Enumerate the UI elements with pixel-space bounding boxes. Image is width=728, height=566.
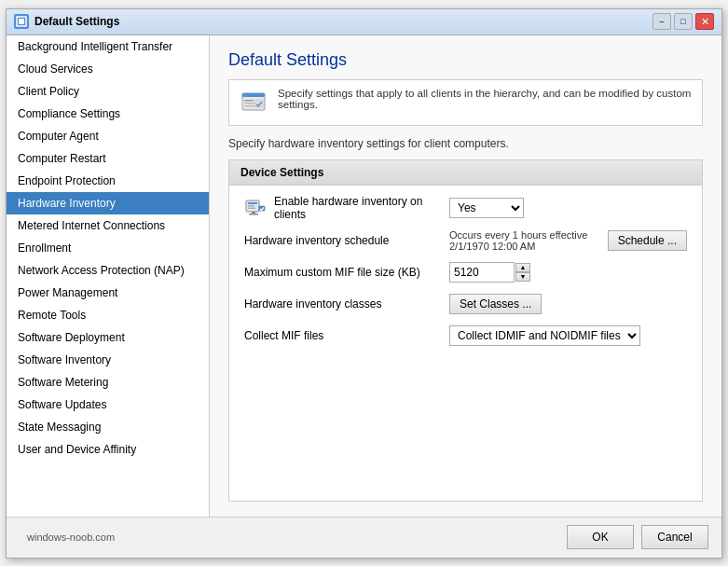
row-mif-size: Maximum custom MIF file size (KB) ▲ ▼ bbox=[244, 260, 687, 284]
watermark: windows-noob.com bbox=[20, 531, 115, 543]
label-mif-size: Maximum custom MIF file size (KB) bbox=[244, 266, 449, 279]
control-schedule: Occurs every 1 hours effective 2/1/1970 … bbox=[449, 229, 687, 252]
svg-rect-9 bbox=[248, 202, 257, 204]
spin-buttons: ▲ ▼ bbox=[515, 263, 530, 282]
sidebar: Background Intelligent TransferCloud Ser… bbox=[7, 35, 210, 517]
svg-rect-10 bbox=[248, 205, 254, 207]
sidebar-item[interactable]: Software Inventory bbox=[7, 349, 209, 371]
info-text: Specify settings that apply to all clien… bbox=[278, 88, 693, 110]
sidebar-item[interactable]: Metered Internet Connections bbox=[7, 214, 209, 237]
svg-rect-6 bbox=[244, 105, 255, 107]
sidebar-item[interactable]: Hardware Inventory bbox=[7, 192, 209, 214]
sidebar-item[interactable]: Cloud Services bbox=[7, 58, 209, 80]
footer: windows-noob.com OK Cancel bbox=[7, 517, 721, 558]
svg-rect-13 bbox=[249, 214, 258, 215]
row-enable-inventory: Enable hardware inventory on clients Yes… bbox=[244, 195, 687, 221]
main-panel: Default Settings Specify settings that a… bbox=[210, 35, 721, 517]
info-icon bbox=[239, 88, 268, 117]
svg-rect-4 bbox=[244, 100, 254, 102]
sidebar-item[interactable]: Software Deployment bbox=[7, 326, 209, 349]
control-collect-mif: Collect IDMIF and NOIDMIF files Collect … bbox=[449, 325, 687, 346]
main-window: Default Settings – □ ✕ Background Intell… bbox=[6, 8, 722, 559]
control-enable-inventory: Yes No bbox=[449, 198, 687, 218]
label-inventory-classes: Hardware inventory classes bbox=[244, 297, 449, 311]
sidebar-item[interactable]: Power Management bbox=[7, 282, 209, 304]
row-inventory-classes: Hardware inventory classes Set Classes .… bbox=[244, 292, 687, 316]
spin-down-button[interactable]: ▼ bbox=[515, 272, 530, 282]
page-title: Default Settings bbox=[228, 50, 703, 70]
sidebar-item[interactable]: State Messaging bbox=[7, 416, 209, 438]
sidebar-item[interactable]: Compliance Settings bbox=[7, 103, 209, 125]
row-schedule: Hardware inventory schedule Occurs every… bbox=[244, 228, 687, 253]
settings-table: Enable hardware inventory on clients Yes… bbox=[229, 186, 702, 357]
subtitle-text: Specify hardware inventory settings for … bbox=[228, 137, 703, 150]
device-settings-header: Device Settings bbox=[229, 160, 702, 186]
control-inventory-classes: Set Classes ... bbox=[449, 294, 687, 314]
ok-button[interactable]: OK bbox=[567, 525, 634, 549]
sidebar-item[interactable]: Software Metering bbox=[7, 371, 209, 393]
sidebar-item[interactable]: Computer Restart bbox=[7, 147, 209, 170]
spinbox-wrap: ▲ ▼ bbox=[449, 262, 530, 283]
sidebar-item[interactable]: Enrollment bbox=[7, 237, 209, 259]
sidebar-item[interactable]: Background Intelligent Transfer bbox=[7, 35, 209, 58]
enable-inventory-dropdown[interactable]: Yes No bbox=[449, 198, 524, 218]
maximize-button[interactable]: □ bbox=[674, 13, 693, 30]
sidebar-item[interactable]: Client Policy bbox=[7, 80, 209, 103]
device-settings-box: Device Settings bbox=[228, 159, 703, 502]
window-title: Default Settings bbox=[34, 15, 652, 28]
window-icon bbox=[14, 14, 29, 29]
schedule-line1: Occurs every 1 hours effective bbox=[449, 229, 600, 241]
schedule-button[interactable]: Schedule ... bbox=[608, 230, 687, 251]
sidebar-item[interactable]: User and Device Affinity bbox=[7, 438, 209, 461]
mif-size-spinbox[interactable] bbox=[449, 262, 515, 283]
spin-up-button[interactable]: ▲ bbox=[515, 263, 530, 272]
titlebar: Default Settings – □ ✕ bbox=[7, 9, 721, 35]
close-button[interactable]: ✕ bbox=[695, 13, 714, 30]
sidebar-item[interactable]: Computer Agent bbox=[7, 125, 209, 147]
cancel-button[interactable]: Cancel bbox=[641, 525, 708, 549]
sidebar-item[interactable]: Software Updates bbox=[7, 393, 209, 416]
sidebar-item[interactable]: Remote Tools bbox=[7, 304, 209, 326]
schedule-info: Occurs every 1 hours effective 2/1/1970 … bbox=[449, 229, 600, 252]
info-box: Specify settings that apply to all clien… bbox=[228, 79, 703, 126]
svg-rect-12 bbox=[252, 212, 255, 214]
svg-rect-3 bbox=[242, 93, 265, 97]
control-mif-size: ▲ ▼ bbox=[449, 262, 687, 283]
schedule-line2: 2/1/1970 12:00 AM bbox=[449, 241, 600, 252]
content-area: Background Intelligent TransferCloud Ser… bbox=[7, 35, 721, 517]
minimize-button[interactable]: – bbox=[652, 13, 671, 30]
label-collect-mif: Collect MIF files bbox=[244, 329, 449, 342]
label-schedule: Hardware inventory schedule bbox=[244, 234, 449, 247]
set-classes-button[interactable]: Set Classes ... bbox=[449, 294, 542, 314]
svg-rect-1 bbox=[19, 19, 24, 24]
svg-rect-11 bbox=[248, 207, 255, 209]
row-collect-mif: Collect MIF files Collect IDMIF and NOID… bbox=[244, 324, 687, 348]
label-enable-inventory: Enable hardware inventory on clients bbox=[244, 195, 449, 221]
collect-mif-dropdown[interactable]: Collect IDMIF and NOIDMIF files Collect … bbox=[449, 325, 640, 346]
inventory-icon bbox=[244, 197, 267, 219]
sidebar-item[interactable]: Network Access Protection (NAP) bbox=[7, 259, 209, 282]
sidebar-item[interactable]: Endpoint Protection bbox=[7, 170, 209, 192]
